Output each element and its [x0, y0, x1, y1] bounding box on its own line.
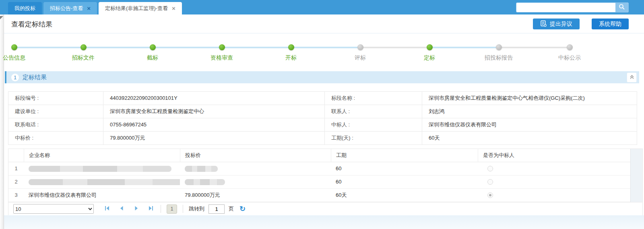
- raise-objection-button[interactable]: 提出异议: [533, 19, 580, 29]
- cell-bid-price: 79.800000万元: [180, 189, 331, 202]
- detail-label: 工期(天) :: [324, 131, 422, 144]
- page-size-select[interactable]: 10: [13, 204, 94, 214]
- column-header-duration: 工期: [331, 149, 478, 162]
- jump-to-label: 跳转到: [189, 205, 204, 212]
- step-dot-evaluation: [357, 44, 363, 50]
- step-label-publicity: 中标公示: [541, 54, 598, 62]
- redacted-company-name: [29, 179, 180, 185]
- search-icon: [619, 4, 625, 11]
- winner-radio-selected[interactable]: [487, 192, 493, 198]
- cell-duration: 60天: [331, 189, 478, 202]
- tab-label: 定标结果(非施工监理)-查看: [105, 5, 168, 12]
- jump-page-input[interactable]: [208, 204, 225, 214]
- redacted-bid-price: [185, 179, 225, 185]
- table-scrollbar[interactable]: [630, 149, 642, 202]
- step-segment: [153, 47, 222, 48]
- section-header-award-result: 1 定标结果: [5, 71, 639, 83]
- detail-value-duration: 60天: [422, 131, 637, 144]
- column-header-company: 企业名称: [24, 149, 180, 162]
- pager-divider: [161, 205, 161, 213]
- close-icon[interactable]: ×: [87, 5, 91, 11]
- page-unit-label: 页: [229, 205, 234, 212]
- detail-label: 中标价 :: [8, 131, 103, 144]
- step-segment: [360, 47, 429, 48]
- section-number-badge: 1: [11, 74, 19, 81]
- step-label-award: 定标: [401, 54, 458, 62]
- page: 我的投标 招标公告-查看 × 定标结果(非施工监理)-查看 × 查看定标结果: [0, 0, 644, 229]
- tab-award-result[interactable]: 定标结果(非施工监理)-查看 ×: [99, 2, 182, 14]
- bidders-table: 企业名称 投标价 工期 是否为中标人 1 60 2 60 3 深圳市维信仪器仪表…: [8, 149, 643, 216]
- prev-page-icon: [119, 206, 124, 212]
- table-row: 1 60: [8, 162, 630, 175]
- search-button[interactable]: [615, 3, 628, 12]
- winner-radio[interactable]: [487, 166, 493, 171]
- prev-page-button[interactable]: [117, 204, 126, 213]
- row-index: 2: [8, 175, 24, 189]
- column-header-index: [8, 149, 24, 162]
- column-header-is-winner: 是否为中标人: [478, 149, 630, 162]
- close-icon[interactable]: ×: [172, 5, 175, 11]
- step-label-bid-opening: 开标: [263, 54, 319, 62]
- next-page-icon: [134, 206, 139, 212]
- step-label-report: 招投标报告: [471, 54, 527, 62]
- sidebar-collapse-arrow-icon[interactable]: [0, 16, 3, 19]
- detail-label: 标段编号 :: [8, 91, 103, 105]
- section-title: 定标结果: [23, 74, 47, 81]
- detail-label: 中标人 :: [324, 118, 422, 131]
- system-help-button[interactable]: 系统帮助: [592, 19, 629, 29]
- last-page-icon: [148, 206, 153, 212]
- cell-duration: 60: [331, 175, 478, 189]
- pagination-bar: 10: [8, 202, 642, 215]
- step-dot-tender-docs: [80, 44, 87, 50]
- search-input[interactable]: [516, 3, 615, 12]
- detail-label: 建设单位 :: [8, 105, 103, 118]
- bidders-header-row: 企业名称 投标价 工期 是否为中标人: [8, 149, 630, 162]
- detail-value-section-code: 4403922022090200300101Y: [103, 91, 324, 105]
- next-page-button[interactable]: [132, 204, 140, 213]
- detail-value-phone: 0755-86967245: [103, 118, 324, 131]
- first-page-icon: [105, 206, 110, 212]
- title-bar: 查看定标结果 提出异议 系统帮助: [4, 14, 644, 33]
- refresh-icon: ↻: [239, 205, 246, 213]
- step-label-evaluation: 评标: [332, 54, 388, 62]
- last-page-button[interactable]: [146, 204, 155, 213]
- step-segment: [14, 47, 83, 48]
- step-dot-bid-deadline: [150, 44, 156, 50]
- process-stepper: 公告信息 招标文件 截标 资格审查 开标 评标 定标 招投标报告 中标公示: [4, 33, 644, 71]
- detail-label: 标段名称 :: [324, 91, 422, 105]
- pager-divider: [183, 205, 183, 213]
- detail-value-winning-price: 79.800000万元: [103, 131, 324, 144]
- tab-label: 招标公告-查看: [50, 5, 83, 12]
- current-page-button[interactable]: 1: [167, 204, 177, 214]
- table-row: 3 深圳市维信仪器仪表有限公司 79.800000万元 60天: [8, 189, 630, 202]
- detail-value-section-name: 深圳市房屋安全和工程质量检测鉴定中心气相色谱仪(GC)采购(二次): [422, 91, 637, 105]
- tab-my-bids[interactable]: 我的投标: [8, 2, 42, 14]
- step-dot-qualification: [219, 44, 225, 50]
- step-dot-report: [496, 44, 502, 50]
- step-label-tender-docs: 招标文件: [55, 54, 111, 62]
- redacted-bid-price: [185, 166, 218, 172]
- double-chevron-up-icon: [629, 74, 635, 82]
- step-label-announcement: 公告信息: [0, 54, 42, 62]
- page-title: 查看定标结果: [11, 20, 52, 29]
- step-segment: [291, 47, 360, 48]
- tab-label: 我的投标: [14, 5, 35, 12]
- step-dot-award: [427, 44, 433, 50]
- sidebar-collapse-strip[interactable]: [0, 14, 4, 229]
- step-segment: [83, 47, 153, 48]
- tab-tender-announcement[interactable]: 招标公告-查看 ×: [43, 2, 97, 14]
- detail-label: 联系人 :: [324, 105, 422, 118]
- step-label-qualification: 资格审查: [194, 54, 250, 62]
- refresh-button[interactable]: ↻: [239, 205, 246, 212]
- detail-value-winner: 深圳市维信仪器仪表有限公司: [422, 118, 637, 131]
- step-label-bid-deadline: 截标: [124, 54, 181, 62]
- cell-company-name: 深圳市维信仪器仪表有限公司: [24, 189, 180, 202]
- winner-radio[interactable]: [487, 179, 493, 185]
- first-page-button[interactable]: [103, 204, 111, 213]
- step-dot-publicity: [567, 44, 573, 50]
- section-collapse-button[interactable]: [627, 72, 637, 83]
- detail-label: 联系电话 :: [8, 118, 103, 131]
- raise-objection-label: 提出异议: [550, 21, 572, 28]
- step-segment: [222, 47, 291, 48]
- row-index: 1: [8, 162, 24, 175]
